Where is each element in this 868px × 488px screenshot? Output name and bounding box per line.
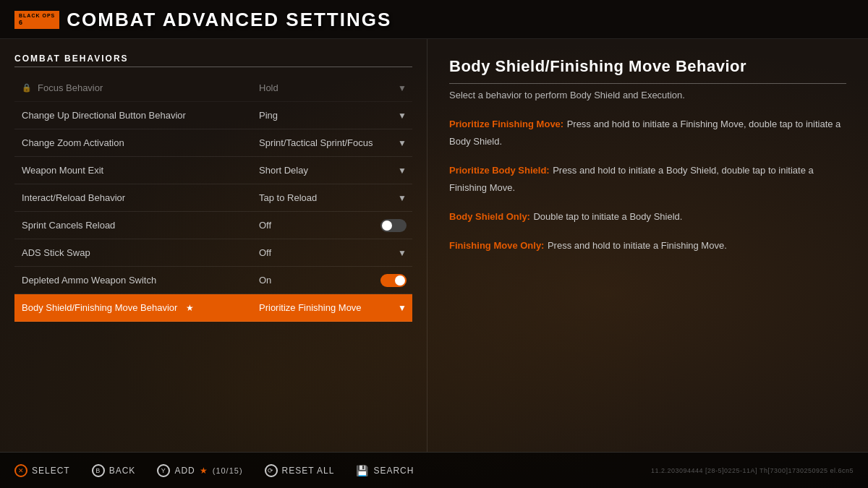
- setting-value-interact-reload: Tap to Reload ▼: [253, 187, 412, 209]
- setting-name-change-up-directional: Change Up Directional Button Behavior: [14, 104, 253, 127]
- setting-name-body-shield: Body Shield/Finishing Move Behavior ★: [14, 296, 253, 319]
- select-label: SELECT: [32, 466, 70, 476]
- setting-name-weapon-mount-exit: Weapon Mount Exit: [14, 159, 253, 181]
- reset-all-label: RESET ALL: [282, 466, 335, 476]
- setting-row-change-up-directional[interactable]: Change Up Directional Button Behavior Pi…: [14, 102, 412, 129]
- setting-value-weapon-mount-exit: Short Delay ▼: [253, 159, 412, 181]
- footer: ✕ SELECT B BACK Y ADD ★ (10/15) ⟳ RESET …: [0, 452, 868, 488]
- footer-action-search[interactable]: 💾 SEARCH: [356, 465, 414, 476]
- setting-value-ads-stick-swap: Off ▼: [253, 241, 412, 264]
- toggle-knob: [382, 221, 392, 231]
- setting-name-change-zoom: Change Zoom Activation: [14, 132, 253, 154]
- chevron-down-icon: ▼: [398, 166, 407, 176]
- setting-value-body-shield: Prioritize Finishing Move ▼: [253, 296, 412, 319]
- setting-name-sprint-cancels-reload: Sprint Cancels Reload: [14, 214, 253, 236]
- detail-option-name-4: Finishing Move Only:: [449, 240, 544, 251]
- detail-option-2: Prioritize Body Shield: Press and hold t…: [449, 161, 846, 196]
- setting-value-change-up-directional: Ping ▼: [253, 104, 412, 127]
- page-title: COMBAT ADVANCED SETTINGS: [67, 9, 391, 31]
- section-label: COMBAT BEHAVIORS: [14, 53, 412, 67]
- detail-option-1: Prioritize Finishing Move: Press and hol…: [449, 115, 846, 150]
- left-panel: COMBAT BEHAVIORS 🔒 Focus Behavior Hold ▼: [0, 39, 427, 452]
- setting-row-ads-stick-swap[interactable]: ADS Stick Swap Off ▼: [14, 239, 412, 267]
- add-icon: Y: [157, 464, 170, 477]
- select-icon: ✕: [14, 464, 27, 477]
- setting-row-change-zoom[interactable]: Change Zoom Activation Sprint/Tactical S…: [14, 129, 412, 157]
- game-logo: BLACK OPS 6 COMBAT ADVANCED SETTINGS: [14, 9, 854, 31]
- setting-row-weapon-mount-exit[interactable]: Weapon Mount Exit Short Delay ▼: [14, 157, 412, 184]
- setting-name-ads-stick-swap: ADS Stick Swap: [14, 241, 253, 264]
- chevron-down-icon: ▼: [398, 83, 407, 93]
- detail-option-name-2: Prioritize Body Shield:: [449, 165, 550, 176]
- setting-value-depleted-ammo: On: [253, 268, 412, 293]
- add-star-icon: ★: [200, 466, 208, 476]
- detail-option-name-1: Prioritize Finishing Move:: [449, 119, 563, 129]
- chevron-down-icon: ▼: [398, 193, 407, 203]
- depleted-ammo-toggle[interactable]: [380, 274, 407, 287]
- footer-action-select[interactable]: ✕ SELECT: [14, 464, 70, 477]
- setting-row-body-shield[interactable]: Body Shield/Finishing Move Behavior ★ Pr…: [14, 294, 412, 322]
- setting-row-sprint-cancels-reload[interactable]: Sprint Cancels Reload Off: [14, 212, 412, 239]
- reset-all-icon: ⟳: [265, 464, 278, 477]
- setting-name-interact-reload: Interact/Reload Behavior: [14, 187, 253, 209]
- setting-value-change-zoom: Sprint/Tactical Sprint/Focus ▼: [253, 132, 412, 154]
- detail-option-name-3: Body Shield Only:: [449, 211, 530, 222]
- footer-action-add[interactable]: Y ADD ★ (10/15): [157, 464, 242, 477]
- lock-icon: 🔒: [22, 83, 32, 93]
- logo-line1: BLACK OPS: [19, 12, 55, 19]
- footer-action-back[interactable]: B BACK: [92, 464, 136, 477]
- setting-row-focus-behavior[interactable]: 🔒 Focus Behavior Hold ▼: [14, 74, 412, 102]
- star-icon: ★: [186, 303, 194, 313]
- detail-title: Body Shield/Finishing Move Behavior: [449, 57, 846, 84]
- detail-option-desc-4: Press and hold to initiate a Finishing M…: [548, 240, 727, 251]
- toggle-knob: [395, 275, 405, 286]
- search-icon: 💾: [356, 465, 369, 476]
- add-counter: (10/15): [213, 466, 243, 475]
- chevron-down-icon: ▼: [398, 303, 407, 313]
- sprint-cancels-reload-toggle[interactable]: [380, 219, 407, 232]
- detail-subtitle: Select a behavior to perform Body Shield…: [449, 90, 846, 100]
- detail-option-3: Body Shield Only: Double tap to initiate…: [449, 207, 846, 225]
- add-label: ADD: [174, 466, 195, 476]
- detail-option-4: Finishing Move Only: Press and hold to i…: [449, 236, 846, 254]
- version-text: 11.2.203094444 [28-5]0225-11A] Th[7300]1…: [651, 467, 854, 474]
- chevron-down-icon: ▼: [398, 138, 407, 148]
- setting-value-sprint-cancels-reload: Off: [253, 213, 412, 238]
- setting-row-depleted-ammo[interactable]: Depleted Ammo Weapon Switch On: [14, 267, 412, 294]
- header: BLACK OPS 6 COMBAT ADVANCED SETTINGS: [0, 0, 868, 39]
- logo-line2: 6: [19, 19, 55, 27]
- setting-row-interact-reload[interactable]: Interact/Reload Behavior Tap to Reload ▼: [14, 184, 412, 212]
- setting-name-depleted-ammo: Depleted Ammo Weapon Switch: [14, 269, 253, 291]
- back-label: BACK: [109, 466, 136, 476]
- chevron-down-icon: ▼: [398, 248, 407, 258]
- footer-action-reset-all[interactable]: ⟳ RESET ALL: [265, 464, 335, 477]
- setting-name-focus-behavior: 🔒 Focus Behavior: [14, 77, 253, 99]
- settings-list: 🔒 Focus Behavior Hold ▼ Change Up Direct…: [14, 74, 412, 322]
- main-content: COMBAT BEHAVIORS 🔒 Focus Behavior Hold ▼: [0, 39, 868, 452]
- setting-value-focus-behavior: Hold ▼: [253, 77, 412, 99]
- chevron-down-icon: ▼: [398, 111, 407, 121]
- detail-option-desc-3: Double tap to initiate a Body Shield.: [533, 211, 682, 222]
- back-icon: B: [92, 464, 105, 477]
- right-panel: Body Shield/Finishing Move Behavior Sele…: [427, 39, 868, 452]
- search-label: SEARCH: [373, 466, 414, 476]
- logo-box: BLACK OPS 6: [14, 11, 59, 29]
